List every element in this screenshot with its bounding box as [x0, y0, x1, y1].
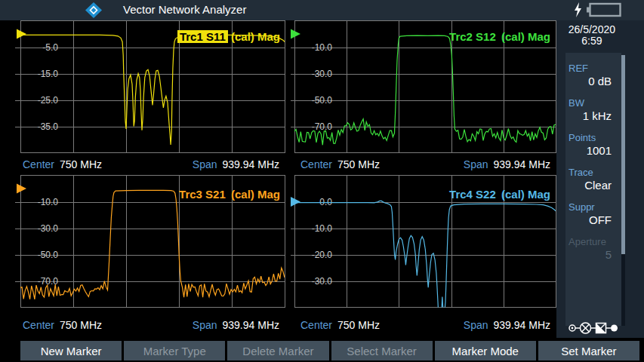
svg-text:-30.0: -30.0: [312, 69, 333, 79]
svg-text:-25.0: -25.0: [38, 95, 59, 106]
svg-text:-35.0: -35.0: [38, 121, 59, 132]
setting-label: REF: [569, 63, 621, 74]
title-bar: Vector Network Analyzer: [0, 0, 644, 20]
menu-item-set-marker[interactable]: Set Marker: [538, 341, 639, 360]
scrollbar-thumb[interactable]: [621, 55, 625, 254]
setting-value: 1001: [569, 144, 621, 157]
svg-text:-30.0: -30.0: [312, 276, 333, 287]
datetime-display: 26/5/2020 6:59: [569, 24, 615, 47]
battery-icon: [586, 2, 621, 17]
svg-text:-15.0: -15.0: [38, 69, 59, 79]
span-frequency[interactable]: Span939.94 MHz: [193, 319, 279, 331]
sweep-info-row: Center750 MHz Span939.94 MHz: [291, 154, 556, 175]
vna-screen: Vector Network Analyzer -5.0-15.0-25.0-3…: [0, 0, 644, 362]
plot-trc3-s21: -10.0-30.0-50.0-70.0 Trc3 S21 (cal) Mag …: [0, 175, 288, 338]
span-value: 939.94 MHz: [223, 158, 279, 170]
date-value: 26/5/2020: [569, 24, 615, 35]
span-label: Span: [464, 158, 488, 170]
settings-sidebar: 26/5/2020 6:59 REF0 dBBW1 kHzPoints1001T…: [556, 20, 644, 338]
setting-label: Aperture: [569, 236, 621, 247]
center-value: 750 MHz: [337, 319, 380, 331]
svg-text:-10.0: -10.0: [312, 42, 333, 53]
setting-value: 5: [569, 248, 621, 261]
setting-value: OFF: [569, 213, 621, 226]
menu-item-delete-marker[interactable]: Delete Marker: [227, 341, 328, 360]
svg-text:-5.0: -5.0: [42, 42, 58, 53]
setting-aperture: Aperture5: [565, 226, 621, 261]
setting-ref[interactable]: REF0 dB: [565, 53, 621, 87]
trace-format: (cal) Mag: [498, 30, 550, 43]
svg-text:-70.0: -70.0: [312, 121, 333, 132]
span-value: 939.94 MHz: [223, 319, 279, 331]
trace-format: (cal) Mag: [498, 188, 550, 201]
svg-text:-50.0: -50.0: [312, 95, 333, 106]
setting-value: 0 dB: [569, 75, 621, 87]
center-frequency[interactable]: Center750 MHz: [23, 158, 102, 170]
svg-text:-30.0: -30.0: [38, 223, 59, 234]
svg-text:-20.0: -20.0: [312, 250, 333, 260]
rs-logo-icon: [85, 2, 102, 18]
center-frequency[interactable]: Center750 MHz: [23, 319, 102, 331]
two-port-network-icon: [568, 321, 619, 335]
center-label: Center: [300, 319, 332, 331]
trace-format: (cal) Mag: [228, 30, 280, 43]
plot-trc1-s11: -5.0-15.0-25.0-35.0 Trc1 S11 (cal) Mag C…: [0, 20, 288, 175]
time-value: 6:59: [569, 35, 615, 47]
menu-bar: New MarkerMarker TypeDelete MarkerSelect…: [0, 338, 644, 362]
span-value: 939.94 MHz: [494, 158, 550, 170]
trace-label-trc3[interactable]: Trc3 S21 (cal) Mag: [177, 188, 280, 201]
center-label: Center: [300, 158, 332, 170]
sweep-info-row: Center750 MHz Span939.94 MHz: [0, 312, 288, 338]
setting-label: BW: [569, 97, 621, 109]
settings-panel: REF0 dBBW1 kHzPoints1001TraceClearSupprO…: [565, 53, 621, 326]
app-title: Vector Network Analyzer: [123, 3, 246, 16]
trace-label-trc1[interactable]: Trc1 S11 (cal) Mag: [177, 30, 280, 43]
trace-name: Trc1 S11: [177, 30, 228, 43]
center-label: Center: [23, 158, 54, 170]
span-value: 939.94 MHz: [494, 319, 550, 331]
sweep-info-row: Center750 MHz Span939.94 MHz: [291, 312, 556, 338]
span-frequency[interactable]: Span939.94 MHz: [464, 158, 550, 170]
setting-bw[interactable]: BW1 kHz: [565, 87, 621, 122]
sweep-info-row: Center750 MHz Span939.94 MHz: [0, 154, 288, 175]
charging-icon: [573, 2, 583, 17]
center-value: 750 MHz: [60, 319, 102, 331]
center-frequency[interactable]: Center750 MHz: [300, 158, 380, 170]
svg-text:-50.0: -50.0: [38, 250, 59, 260]
menu-item-select-marker[interactable]: Select Marker: [331, 341, 433, 360]
center-frequency[interactable]: Center750 MHz: [300, 319, 380, 331]
svg-text:-10.0: -10.0: [38, 197, 59, 207]
trace-label-trc4[interactable]: Trc4 S22 (cal) Mag: [447, 188, 550, 201]
menu-item-marker-mode[interactable]: Marker Mode: [435, 341, 536, 360]
setting-suppr[interactable]: SupprOFF: [565, 192, 621, 226]
menu-item-new-marker[interactable]: New Marker: [20, 341, 122, 360]
setting-points[interactable]: Points1001: [565, 122, 621, 157]
span-label: Span: [193, 158, 217, 170]
scrollbar-track: [621, 254, 625, 326]
span-label: Span: [464, 319, 488, 331]
center-value: 750 MHz: [60, 158, 102, 170]
span-frequency[interactable]: Span939.94 MHz: [193, 158, 279, 170]
setting-value: 1 kHz: [569, 109, 621, 122]
trace-label-trc2[interactable]: Trc2 S12 (cal) Mag: [447, 30, 550, 43]
plot-trc2-s12: -10.0-30.0-50.0-70.0 Trc2 S12 (cal) Mag …: [291, 20, 556, 175]
trace-name: Trc2 S12: [447, 30, 498, 43]
status-icons: [573, 2, 621, 17]
center-label: Center: [23, 319, 54, 331]
setting-value: Clear: [569, 179, 621, 192]
setting-label: Suppr: [569, 201, 621, 213]
setting-trace[interactable]: TraceClear: [565, 157, 621, 192]
trace-name: Trc3 S21: [177, 188, 228, 201]
setting-label: Points: [569, 132, 621, 143]
svg-text:-10.0: -10.0: [312, 223, 333, 234]
span-frequency[interactable]: Span939.94 MHz: [464, 319, 550, 331]
settings-scrollbar[interactable]: [621, 53, 625, 326]
trace-format: (cal) Mag: [228, 188, 280, 201]
span-label: Span: [193, 319, 217, 331]
menu-item-marker-type[interactable]: Marker Type: [124, 341, 225, 360]
setting-label: Trace: [569, 167, 621, 178]
plot-trc4-s22: 0.0-10.0-20.0-30.0 Trc4 S22 (cal) Mag Ce…: [291, 175, 556, 338]
trace-name: Trc4 S22: [447, 188, 498, 201]
center-value: 750 MHz: [337, 158, 380, 170]
